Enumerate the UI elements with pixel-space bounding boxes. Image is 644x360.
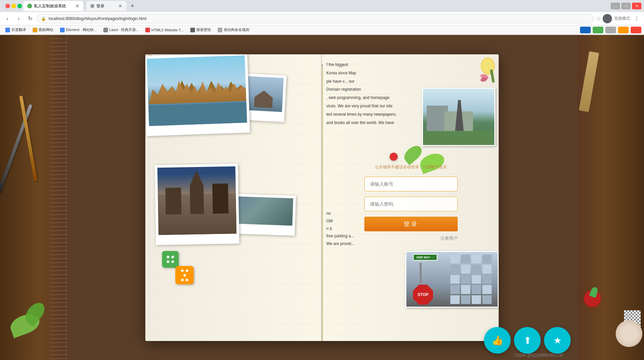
text-p8: and books all over the world. We have [326, 119, 423, 127]
bm-icon-0 [5, 28, 10, 32]
bm-item-0[interactable]: 百度翻译 [3, 27, 29, 33]
lock-icon: 🔒 [41, 16, 46, 21]
right-text-block: f the biggest Korea since May ple have v… [326, 61, 423, 127]
toolbar-btn-red[interactable] [631, 27, 641, 33]
text-p9: no [326, 210, 423, 217]
page-right: f the biggest Korea since May ple have v… [323, 54, 499, 341]
bm-item-5[interactable]: 搜索壁纸 [188, 27, 214, 33]
browser-chrome: 私人定制旅游系统 ✕ 登录 ✕ + — □ ✕ ‹ › ↻ 🔒 localhos… [0, 0, 644, 35]
dice-green [162, 251, 179, 268]
reload-btn[interactable]: ↻ [25, 14, 35, 23]
tab-2-close[interactable]: ✕ [118, 3, 122, 9]
menu-btn[interactable]: ⋮ [632, 14, 641, 23]
page-content: Photography [0, 35, 644, 360]
text-p5: , web programming, and homepage [326, 94, 423, 102]
bm-icon-3 [103, 28, 108, 32]
dot [186, 269, 188, 272]
maximize-btn[interactable]: □ [621, 3, 631, 9]
upload-btn[interactable]: ⬆ [514, 327, 541, 354]
tab-2-icon [90, 4, 94, 8]
maximize-window-btn[interactable] [17, 4, 22, 8]
tab-1[interactable]: 私人定制旅游系统 ✕ [23, 1, 83, 11]
window-controls [5, 4, 22, 8]
tab-bar: 私人定制旅游系统 ✕ 登录 ✕ + — □ ✕ [0, 0, 644, 12]
text-p7: ted several times by many newspapers, [326, 111, 423, 118]
minimize-window-btn[interactable] [11, 4, 16, 8]
close-window-btn[interactable] [5, 4, 10, 8]
bm-item-3[interactable]: Layui · 经典开源... [101, 27, 142, 33]
scroll-decoration [579, 51, 599, 112]
csdn-star[interactable]: ★ [544, 327, 571, 354]
thumbs-up-btn[interactable]: 👍 [484, 327, 511, 354]
tab-2-label: 登录 [96, 3, 104, 9]
flower-decoration-top-right [469, 58, 495, 91]
text-p10: OM [326, 217, 423, 225]
star-btn[interactable]: ★ [544, 327, 571, 354]
text-p11: n it. [326, 225, 423, 233]
bm-item-1[interactable]: 图标网站 [30, 27, 56, 33]
text-p4: Domain registration [326, 86, 423, 93]
tab-2[interactable]: 登录 ✕ [86, 1, 126, 11]
nav-bar: ‹ › ↻ 🔒 localhost:8080/dingzhilvyou/fron… [0, 12, 644, 25]
coffee-cup-decoration [616, 320, 642, 347]
bm-icon-5 [190, 28, 195, 32]
dice-orange [175, 266, 194, 284]
toolbar-btn-blue[interactable] [580, 27, 591, 33]
bm-item-6[interactable]: 表结构命名规则 [215, 27, 252, 33]
dot [167, 260, 169, 263]
csdn-upload[interactable]: ⬆ [514, 327, 541, 354]
username-input[interactable] [364, 177, 458, 191]
tab-1-close[interactable]: ✕ [75, 3, 79, 9]
dot [181, 269, 184, 272]
wood-side-left [0, 35, 67, 360]
csdn-badge: 👍 ⬆ ★ [484, 327, 571, 354]
tab-1-icon [27, 4, 32, 8]
dot [181, 279, 184, 281]
text-p1: f the biggest [326, 61, 423, 69]
photo-church [157, 166, 236, 235]
photo-polaroid-1 [145, 54, 250, 136]
sign-pole [420, 263, 422, 283]
bookmark-btn[interactable]: ☆ [596, 15, 601, 22]
toolbar-btn-gray[interactable] [605, 27, 616, 33]
dot [171, 256, 174, 258]
csdn-label: CSDN @QQ329563911197 [515, 353, 564, 358]
bm-icon-1 [33, 28, 37, 32]
csdn-thumbs-up[interactable]: 👍 [484, 327, 511, 354]
text-p12: free parking a... [326, 232, 423, 240]
close-btn[interactable]: ✕ [632, 3, 641, 9]
desk-pen-left [0, 104, 33, 193]
toolbar-right-buttons [580, 27, 641, 33]
forward-btn[interactable]: › [14, 14, 23, 23]
photo-polaroid-3 [155, 164, 239, 245]
password-input[interactable] [364, 197, 458, 211]
profile-btn[interactable] [603, 14, 612, 23]
street-sign-1: ONE WAY → [413, 254, 437, 261]
minimize-btn[interactable]: — [611, 3, 620, 9]
toolbar-btn-orange[interactable] [618, 27, 629, 33]
bm-icon-2 [60, 28, 65, 32]
window-menu-buttons: — □ ✕ [611, 3, 641, 9]
address-bar[interactable]: 🔒 localhost:8080/dingzhilvyou/front/page… [37, 14, 594, 23]
url-text: localhost:8080/dingzhilvyou/front/pages/… [49, 16, 147, 21]
building-facade [448, 252, 494, 307]
login-notice: 公共场所不建议自动登录，以防帐号丢失 [323, 164, 499, 170]
bm-item-4[interactable]: HTML5 Website T... [143, 27, 186, 33]
building-photo-eiffel [422, 88, 495, 146]
dot [171, 260, 174, 263]
mode-label: 无痕模式 [614, 16, 630, 21]
toolbar-btn-green[interactable] [593, 27, 603, 33]
text-p2: Korea since May [326, 69, 423, 77]
text-p13: We are provid... [326, 240, 423, 248]
bm-item-2[interactable]: Element · 网站快... [57, 27, 99, 33]
photo-city-harbor [147, 55, 247, 126]
notebook: Photography [145, 54, 499, 341]
back-btn[interactable]: ‹ [3, 14, 12, 23]
text-p6: vices. We are very proud that our site [326, 102, 423, 110]
lace-pattern-left [50, 35, 67, 360]
wood-side-right [577, 35, 644, 360]
dot [186, 279, 188, 281]
page-left: Photography [145, 54, 322, 341]
new-tab-btn[interactable]: + [128, 1, 137, 11]
flower-red-decoration [581, 287, 604, 310]
